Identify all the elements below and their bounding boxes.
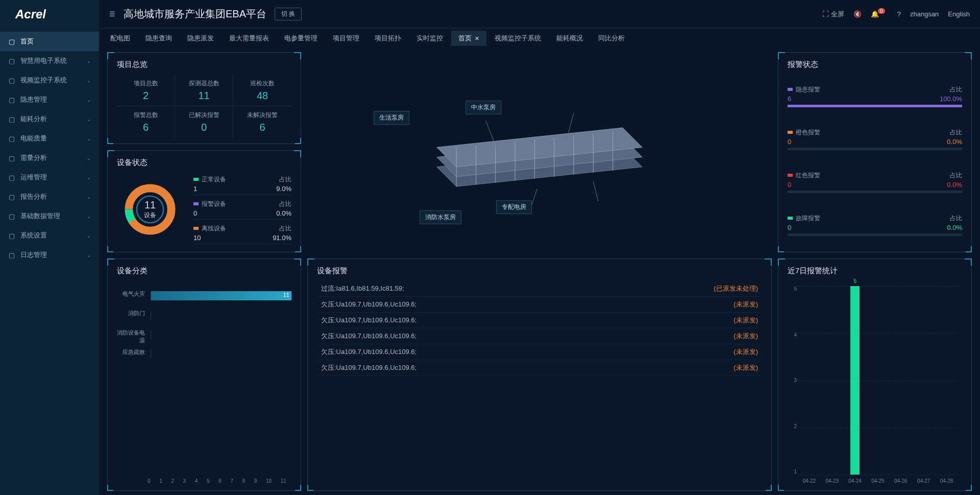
header-right: ⛶ 全屏 🔇 🔔 0 ? zhangsan English [822, 10, 970, 19]
notif-badge: 0 [878, 8, 885, 14]
sidebar-item-0[interactable]: ▢首页 [0, 32, 99, 51]
chevron-down-icon: ⌄ [87, 155, 91, 161]
tab-7[interactable]: 实时监控 [409, 31, 450, 46]
fullscreen-icon: ⛶ [822, 10, 829, 18]
panel-title: 设备分类 [117, 266, 291, 276]
app-root: Acrel ▢首页▢智慧用电子系统⌄▢视频监控子系统⌄▢隐患管理⌄▢能耗分析⌄▢… [0, 0, 980, 495]
panel-title: 设备报警 [317, 266, 762, 276]
device-status-row: 离线设备占比1091.0% [193, 224, 291, 244]
overview-cell: 巡检次数48 [233, 75, 291, 106]
fullscreen-button[interactable]: ⛶ 全屏 [822, 10, 844, 19]
category-row: 应急疏散 [148, 344, 291, 364]
notification-button[interactable]: 🔔 0 [871, 10, 888, 18]
room-tag[interactable]: 消防水泵房 [420, 210, 461, 224]
device-status-row: 报警设备占比00.0% [193, 200, 291, 220]
category-row: 消防门 [148, 305, 291, 325]
tab-3[interactable]: 最大需量报表 [222, 31, 276, 46]
mute-icon[interactable]: 🔇 [853, 10, 862, 18]
dashboard: 项目总览 项目总数2探测器总数11巡检次数48报警总数6已解决报警0未解决报警6… [99, 48, 980, 495]
alarm-row[interactable]: 欠压:Ua109.7,Ub109.6,Uc109.6;(未派发) [317, 328, 762, 344]
demand-icon: ▢ [8, 154, 15, 161]
donut-chart: 11 设备 [117, 173, 183, 246]
alarm-status-list: 隐患报警占比6100.0%橙色报警占比00.0%红色报警占比00.0%故障报警占… [788, 75, 962, 246]
log-icon: ▢ [8, 251, 15, 258]
tab-1[interactable]: 隐患查询 [138, 31, 179, 46]
tab-11[interactable]: 同比分析 [591, 31, 632, 46]
sidebar-item-10[interactable]: ▢系统设置⌄ [0, 226, 99, 245]
donut-count: 11 [144, 199, 156, 211]
tab-2[interactable]: 隐患派发 [180, 31, 221, 46]
close-icon[interactable]: ✕ [475, 35, 479, 42]
chevron-down-icon: ⌄ [87, 136, 91, 142]
building-model[interactable] [316, 59, 763, 245]
alarm-list: 过流:Ia81.6,Ib81.59,Ic81.59;(已派发未处理)欠压:Ua1… [317, 281, 762, 485]
alarm-row[interactable]: 欠压:Ua109.7,Ub109.6,Uc109.6;(未派发) [317, 297, 762, 313]
category-row: 电气火灾11 [148, 286, 291, 305]
chevron-down-icon: ⌄ [87, 233, 91, 239]
sidebar-item-6[interactable]: ▢需量分析⌄ [0, 148, 99, 168]
warn-icon: ▢ [8, 96, 15, 103]
sidebar-item-4[interactable]: ▢能耗分析⌄ [0, 109, 99, 129]
tab-8[interactable]: 首页✕ [451, 31, 486, 46]
tab-0[interactable]: 配电图 [103, 31, 137, 46]
tab-9[interactable]: 视频监控子系统 [487, 31, 548, 46]
svg-line-19 [593, 181, 598, 201]
logo-text: Acrel [15, 7, 46, 21]
tab-4[interactable]: 电参量管理 [277, 31, 325, 46]
tab-10[interactable]: 能耗概况 [549, 31, 590, 46]
alarm-row[interactable]: 欠压:Ua109.7,Ub109.6,Uc109.6;(未派发) [317, 313, 762, 328]
chevron-down-icon: ⌄ [87, 214, 91, 219]
alarm-row[interactable]: 欠压:Ua109.7,Ub109.6,Uc109.6;(未派发) [317, 360, 762, 376]
menu-toggle-icon[interactable]: ☰ [109, 10, 115, 18]
room-tag[interactable]: 生活泵房 [374, 111, 409, 125]
category-row: 消防设备电源 [148, 325, 291, 344]
sidebar-item-8[interactable]: ▢报告分析⌄ [0, 187, 99, 206]
category-chart: 电气火灾11消防门消防设备电源应急疏散01234567891011 [117, 281, 291, 485]
sidebar-item-11[interactable]: ▢日志管理⌄ [0, 245, 99, 265]
sidebar-item-2[interactable]: ▢视频监控子系统⌄ [0, 70, 99, 90]
chevron-down-icon: ⌄ [87, 175, 91, 180]
chevron-down-icon: ⌄ [87, 252, 91, 258]
alarm-status-row: 隐患报警占比6100.0% [788, 85, 962, 107]
bars-icon: ▢ [8, 115, 15, 123]
overview-grid: 项目总数2探测器总数11巡检次数48报警总数6已解决报警0未解决报警6 [117, 75, 291, 138]
donut-label: 设备 [144, 211, 156, 220]
tab-5[interactable]: 项目管理 [326, 31, 366, 46]
sidebar-item-5[interactable]: ▢电能质量⌄ [0, 129, 99, 148]
panel-device-alarms: 设备报警 过流:Ia81.6,Ib81.59,Ic81.59;(已派发未处理)欠… [307, 258, 772, 491]
panel-title: 项目总览 [117, 60, 291, 69]
help-icon[interactable]: ? [897, 10, 901, 18]
video-icon: ▢ [8, 77, 15, 84]
overview-cell: 报警总数6 [117, 106, 175, 138]
room-tag[interactable]: 中水泵房 [465, 101, 501, 114]
switch-button[interactable]: 切 换 [275, 8, 302, 20]
header: ☰ 高地城市服务产业集团EBA平台 切 换 ⛶ 全屏 🔇 🔔 0 ? zhang… [99, 0, 980, 29]
username[interactable]: zhangsan [910, 10, 939, 18]
sidebar-item-3[interactable]: ▢隐患管理⌄ [0, 90, 99, 109]
panel-device-category: 设备分类 电气火灾11消防门消防设备电源应急疏散01234567891011 [107, 258, 301, 491]
panel-3d-building: 生活泵房 中水泵房 消防水泵房 专配电房 [307, 52, 772, 252]
alarm-row[interactable]: 过流:Ia81.6,Ib81.59,Ic81.59;(已派发未处理) [317, 281, 762, 297]
language-switch[interactable]: English [948, 10, 970, 18]
ops-icon: ▢ [8, 174, 15, 181]
sidebar-item-9[interactable]: ▢基础数据管理⌄ [0, 206, 99, 226]
logo: Acrel [0, 0, 99, 29]
quality-icon: ▢ [8, 135, 15, 142]
report-icon: ▢ [8, 193, 15, 200]
alarm-status-row: 橙色报警占比00.0% [788, 128, 962, 150]
tab-6[interactable]: 项目拓扑 [368, 31, 408, 46]
panel-alarm-status: 报警状态 隐患报警占比6100.0%橙色报警占比00.0%红色报警占比00.0%… [778, 52, 972, 252]
alarm-status-row: 红色报警占比00.0% [788, 171, 962, 193]
overview-cell: 已解决报警0 [175, 106, 233, 138]
nav: ▢首页▢智慧用电子系统⌄▢视频监控子系统⌄▢隐患管理⌄▢能耗分析⌄▢电能质量⌄▢… [0, 29, 99, 495]
chevron-down-icon: ⌄ [87, 58, 91, 64]
main: ☰ 高地城市服务产业集团EBA平台 切 换 ⛶ 全屏 🔇 🔔 0 ? zhang… [99, 0, 980, 495]
sidebar-item-7[interactable]: ▢运维管理⌄ [0, 168, 99, 187]
gear-icon: ▢ [8, 232, 15, 239]
device-stats: 正常设备占比19.0%报警设备占比00.0%离线设备占比1091.0% [193, 173, 291, 246]
alarm-row[interactable]: 欠压:Ua109.7,Ub109.6,Uc109.6;(未派发) [317, 344, 762, 360]
sidebar-item-1[interactable]: ▢智慧用电子系统⌄ [0, 51, 99, 70]
room-tag[interactable]: 专配电房 [496, 200, 532, 214]
device-status-row: 正常设备占比19.0% [193, 175, 291, 195]
panel-title: 报警状态 [788, 60, 962, 69]
